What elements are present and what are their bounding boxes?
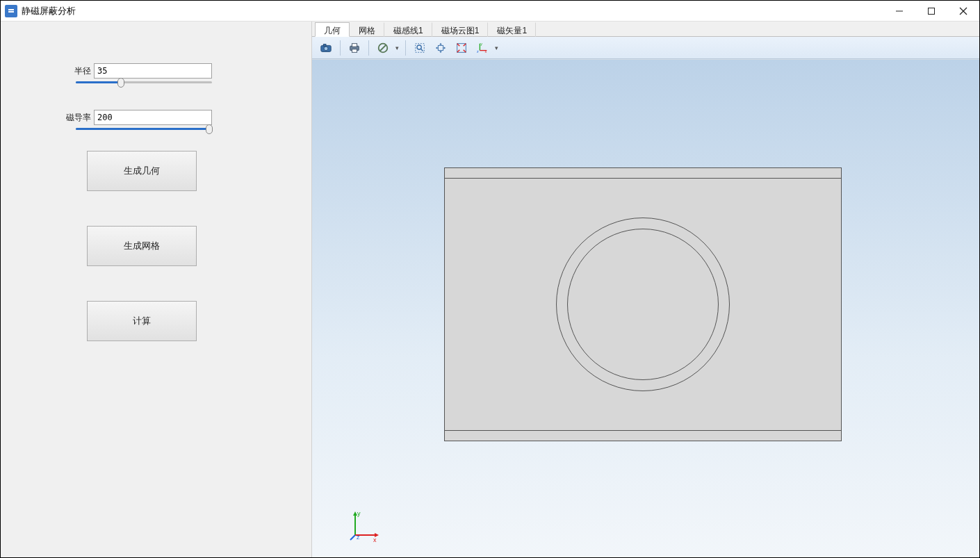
display-mode-combo[interactable]: ▾ xyxy=(373,39,401,57)
svg-point-7 xyxy=(324,47,328,51)
minimize-button[interactable] xyxy=(883,1,915,22)
title-bar: 静磁屏蔽分析 xyxy=(1,1,979,22)
axis-indicator: y x z xyxy=(347,509,382,543)
svg-rect-1 xyxy=(8,11,14,13)
permeability-input[interactable] xyxy=(94,110,212,125)
geometry-rectangle xyxy=(444,167,842,441)
app-icon xyxy=(5,5,17,17)
zoom-fit-icon[interactable] xyxy=(452,39,471,57)
tab-2[interactable]: 磁感线1 xyxy=(384,22,432,37)
window-title: 静磁屏蔽分析 xyxy=(22,5,76,17)
radius-slider[interactable] xyxy=(76,81,212,83)
svg-text:x: x xyxy=(485,49,487,54)
svg-rect-11 xyxy=(352,49,357,52)
tab-1[interactable]: 网格 xyxy=(350,22,384,37)
maximize-button[interactable] xyxy=(915,1,947,22)
compute-button[interactable]: 计算 xyxy=(87,301,197,341)
geometry-top-line xyxy=(445,178,841,179)
camera-icon[interactable] xyxy=(316,39,336,57)
sidebar: 半径 磁导率 生成几何 生成网格 计算 xyxy=(1,22,312,557)
axes-combo[interactable]: y x z ▾ xyxy=(473,39,500,57)
svg-text:y: y xyxy=(480,41,482,45)
axis-z-label: z xyxy=(357,534,360,541)
tab-4[interactable]: 磁矢量1 xyxy=(488,22,536,37)
axis-x-label: x xyxy=(373,536,377,543)
permeability-row: 磁导率 xyxy=(1,110,311,125)
svg-rect-10 xyxy=(352,43,357,46)
svg-rect-0 xyxy=(8,9,14,10)
permeability-label: 磁导率 xyxy=(1,112,94,124)
svg-point-15 xyxy=(417,44,421,49)
radius-label: 半径 xyxy=(1,65,94,77)
permeability-slider[interactable] xyxy=(76,128,212,130)
generate-mesh-button[interactable]: 生成网格 xyxy=(87,226,197,266)
radius-input[interactable] xyxy=(94,63,212,79)
viewport[interactable]: y x z xyxy=(312,59,979,557)
viewport-toolbar: ▾ y x z xyxy=(312,37,979,59)
chevron-down-icon[interactable]: ▾ xyxy=(393,44,401,51)
zoom-rect-icon[interactable] xyxy=(410,39,430,57)
geometry-inner-circle xyxy=(567,229,719,380)
geometry-bottom-line xyxy=(445,430,841,431)
tab-0[interactable]: 几何 xyxy=(315,22,350,37)
content-area: 几何网格磁感线1磁场云图1磁矢量1 ▾ xyxy=(312,22,979,557)
svg-text:z: z xyxy=(477,49,479,54)
generate-geometry-button[interactable]: 生成几何 xyxy=(87,151,197,191)
radius-row: 半径 xyxy=(1,63,311,79)
close-button[interactable] xyxy=(947,1,979,22)
axis-y-label: y xyxy=(357,510,361,517)
pan-icon[interactable] xyxy=(431,39,450,57)
no-symbol-icon[interactable] xyxy=(373,39,393,57)
tab-3[interactable]: 磁场云图1 xyxy=(432,22,489,37)
svg-line-28 xyxy=(350,535,355,540)
svg-line-16 xyxy=(420,49,423,51)
svg-line-13 xyxy=(380,44,386,51)
print-icon[interactable] xyxy=(345,39,364,57)
chevron-down-icon[interactable]: ▾ xyxy=(492,44,500,51)
svg-rect-8 xyxy=(323,44,326,46)
svg-rect-17 xyxy=(438,45,443,50)
axes-icon[interactable]: y x z xyxy=(473,39,492,57)
tab-bar: 几何网格磁感线1磁场云图1磁矢量1 xyxy=(312,22,979,37)
svg-rect-3 xyxy=(929,8,935,14)
